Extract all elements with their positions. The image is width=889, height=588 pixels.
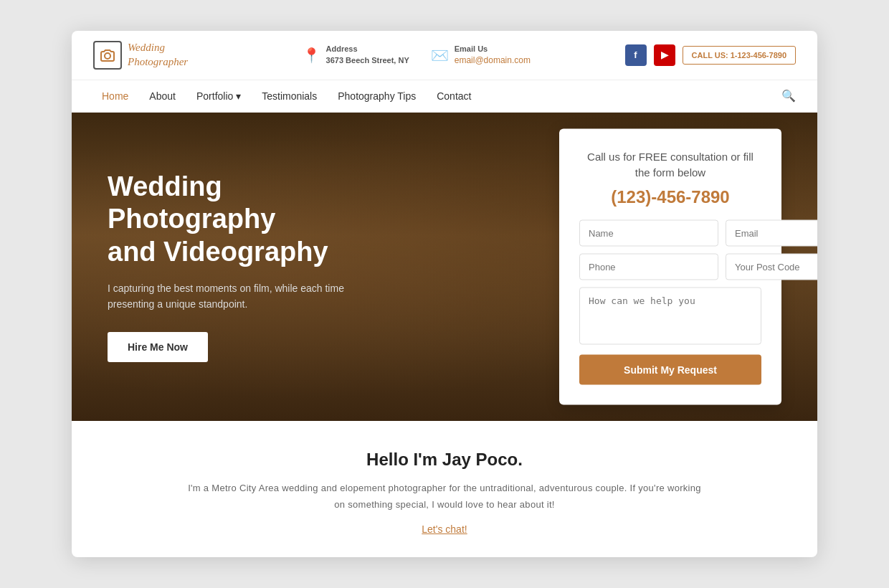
email-text: Email Us email@domain.com xyxy=(455,44,531,67)
location-icon: 📍 xyxy=(303,47,320,64)
hire-me-button[interactable]: Hire Me Now xyxy=(108,332,208,362)
address-text: Address 3673 Beech Street, NY xyxy=(326,44,409,66)
bio-name: Hello I'm Jay Poco. xyxy=(93,450,796,470)
header: Wedding Photographer 📍 Address 3673 Beec… xyxy=(72,31,817,80)
nav-item-contact[interactable]: Contact xyxy=(428,80,480,112)
card-title: Call us for FREE consultation or fill th… xyxy=(579,148,761,181)
card-phone: (123)-456-7890 xyxy=(579,186,761,207)
form-row-2 xyxy=(579,253,761,280)
search-icon[interactable]: 🔍 xyxy=(781,89,796,103)
email-link[interactable]: email@domain.com xyxy=(455,55,531,65)
nav-item-about[interactable]: About xyxy=(141,80,184,112)
bio-text: I'm a Metro City Area wedding and elopem… xyxy=(186,480,703,513)
email-input[interactable] xyxy=(726,219,817,246)
facebook-button[interactable]: f xyxy=(625,44,647,66)
form-row-1 xyxy=(579,219,761,246)
nav-item-testimonials[interactable]: Testimonials xyxy=(253,80,325,112)
postcode-input[interactable] xyxy=(726,253,817,280)
submit-button[interactable]: Submit My Request xyxy=(579,354,761,384)
logo-text: Wedding Photographer xyxy=(128,41,188,69)
nav-item-photography-tips[interactable]: Photography Tips xyxy=(329,80,424,112)
contact-card: Call us for FREE consultation or fill th… xyxy=(559,128,781,404)
header-right: f ▶ CALL US: 1-123-456-7890 xyxy=(625,44,796,66)
hero-title: Wedding Photography and Videography xyxy=(108,171,394,269)
email-icon: ✉️ xyxy=(431,47,449,64)
message-textarea[interactable] xyxy=(579,287,761,344)
call-button[interactable]: CALL US: 1-123-456-7890 xyxy=(683,46,796,65)
navigation: Home About Portfolio ▾ Testimonials Phot… xyxy=(72,80,817,113)
chat-link[interactable]: Let's chat! xyxy=(422,523,467,535)
bio-section: Hello I'm Jay Poco. I'm a Metro City Are… xyxy=(72,421,817,558)
logo-area: Wedding Photographer xyxy=(93,41,208,70)
hero-subtitle: I capturing the best moments on film, wh… xyxy=(108,280,366,313)
nav-item-portfolio[interactable]: Portfolio ▾ xyxy=(188,80,249,112)
header-info: 📍 Address 3673 Beech Street, NY ✉️ Email… xyxy=(222,44,611,67)
phone-input[interactable] xyxy=(579,253,718,280)
svg-point-0 xyxy=(105,53,110,59)
hero-content: Wedding Photography and Videography I ca… xyxy=(72,171,430,363)
camera-icon xyxy=(93,41,122,70)
youtube-button[interactable]: ▶ xyxy=(654,44,675,66)
address-info: 📍 Address 3673 Beech Street, NY xyxy=(303,44,409,66)
hero-section: Wedding Photography and Videography I ca… xyxy=(72,113,817,421)
page-wrapper: Wedding Photographer 📍 Address 3673 Beec… xyxy=(72,31,817,558)
nav-item-home[interactable]: Home xyxy=(93,80,137,112)
email-info: ✉️ Email Us email@domain.com xyxy=(431,44,531,67)
name-input[interactable] xyxy=(579,219,718,246)
